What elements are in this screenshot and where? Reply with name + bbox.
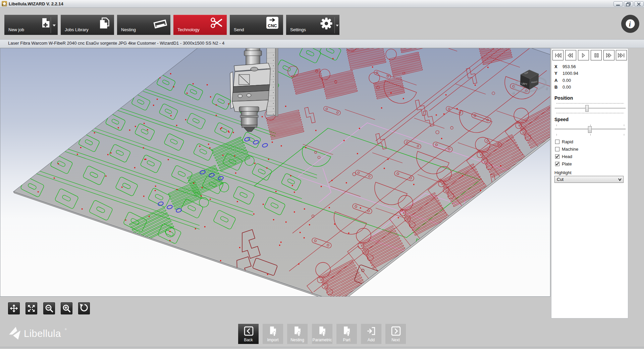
svg-text:®: ® xyxy=(65,328,67,331)
svg-text:i: i xyxy=(629,20,631,28)
svg-text:CNC: CNC xyxy=(268,23,277,28)
svg-text:Libellula: Libellula xyxy=(24,328,61,339)
svg-text:WZD: WZD xyxy=(3,4,7,6)
